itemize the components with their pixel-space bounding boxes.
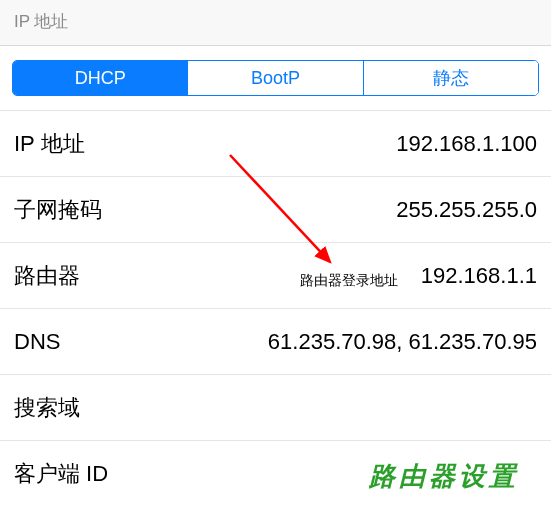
row-search-domain[interactable]: 搜索域 (0, 375, 551, 441)
row-dns[interactable]: DNS 61.235.70.98, 61.235.70.95 (0, 309, 551, 375)
row-client-id[interactable]: 客户端 ID (0, 441, 551, 506)
segment-label: BootP (251, 68, 300, 89)
row-router[interactable]: 路由器 192.168.1.1 (0, 243, 551, 309)
segment-label: DHCP (75, 68, 126, 89)
row-label: 子网掩码 (14, 195, 102, 225)
settings-list: IP 地址 192.168.1.100 子网掩码 255.255.255.0 路… (0, 110, 551, 506)
row-label: 路由器 (14, 261, 80, 291)
row-value: 192.168.1.100 (396, 131, 537, 157)
row-label: IP 地址 (14, 129, 85, 159)
segment-static[interactable]: 静态 (364, 61, 538, 95)
segment-bootp[interactable]: BootP (188, 61, 363, 95)
section-title: IP 地址 (14, 12, 68, 31)
row-ip-address[interactable]: IP 地址 192.168.1.100 (0, 111, 551, 177)
segment-label: 静态 (433, 66, 469, 90)
row-label: 客户端 ID (14, 459, 108, 489)
row-subnet-mask[interactable]: 子网掩码 255.255.255.0 (0, 177, 551, 243)
row-label: 搜索域 (14, 393, 80, 423)
segmented-control: DHCP BootP 静态 (12, 60, 539, 96)
row-value: 255.255.255.0 (396, 197, 537, 223)
row-label: DNS (14, 329, 60, 355)
row-value: 61.235.70.98, 61.235.70.95 (268, 329, 537, 355)
section-header: IP 地址 (0, 0, 551, 46)
segment-dhcp[interactable]: DHCP (13, 61, 188, 95)
row-value: 192.168.1.1 (421, 263, 537, 289)
